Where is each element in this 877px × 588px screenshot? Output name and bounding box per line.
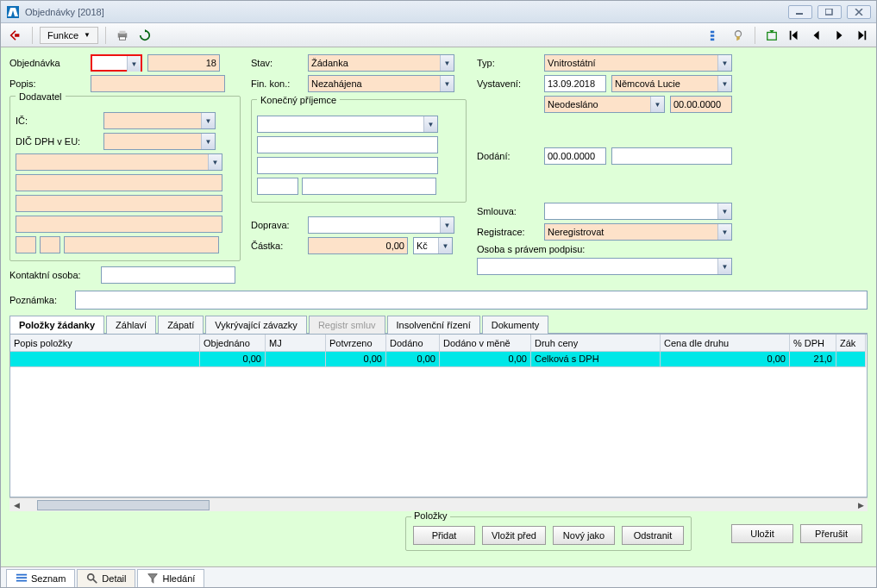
stav-select[interactable]: Žádanka▼ [308,54,454,72]
col-potvrzeno[interactable]: Potvrzeno [326,335,386,352]
ic-select[interactable]: ▼ [103,112,216,129]
grid-header: Popis položky Objednáno MJ Potvrzeno Dod… [10,335,867,352]
odstranit-button[interactable]: Odstranit [622,526,684,545]
col-dodano-mene[interactable]: Dodáno v měně [440,335,531,352]
dodavatel-sm1[interactable] [16,236,36,253]
smlouva-label: Smlouva: [477,206,539,216]
dic-select[interactable]: ▼ [103,133,216,150]
konecny-city[interactable] [302,178,436,195]
nav-prev-icon[interactable] [807,26,826,45]
svg-rect-16 [16,580,27,582]
konecny-legend: Konečný příjemce [257,95,340,105]
maximize-button[interactable] [817,5,842,19]
nav-last-icon[interactable] [852,26,871,45]
registrace-select[interactable]: Neregistrovat▼ [544,223,732,241]
close-button[interactable] [847,5,871,19]
vystaveni-person-select[interactable]: Němcová Lucie▼ [611,75,732,92]
dodavatel-sm2[interactable] [40,236,60,253]
svg-point-17 [88,574,94,580]
popis-input[interactable] [91,75,225,92]
objednavka-series-select[interactable]: ▼ [91,54,142,72]
vystaveni-date[interactable]: 13.09.2018 [544,75,606,92]
dodavatel-line4[interactable] [64,236,219,253]
tab-zapati[interactable]: Zápatí [158,316,204,334]
col-cena-druhu[interactable]: Cena dle druhu [661,335,790,352]
footer-tab-seznam[interactable]: Seznam [6,569,75,587]
typ-label: Typ: [477,58,539,68]
funkce-dropdown[interactable]: Funkce▼ [40,27,98,44]
svg-rect-5 [120,30,126,34]
odeslano-date[interactable]: 00.00.0000 [670,96,732,113]
minimize-button[interactable] [788,5,812,19]
kontaktni-input[interactable] [101,266,235,284]
tab-zahlavi[interactable]: Záhlaví [106,316,156,334]
col-popis[interactable]: Popis položky [10,335,200,352]
filter-icon[interactable] [729,26,748,45]
back-icon[interactable] [6,26,25,45]
dodani-date[interactable]: 00.00.0000 [544,147,606,165]
tab-polozky[interactable]: Položky žádanky [9,316,104,334]
svg-rect-3 [15,34,19,37]
dodavatel-legend: Dodavatel [16,91,66,102]
col-mj[interactable]: MJ [266,335,326,352]
svg-rect-9 [711,38,714,41]
footer-tab-hledani[interactable]: Hledání [137,569,204,587]
export-icon[interactable] [762,26,781,45]
dodavatel-line2[interactable] [16,195,222,212]
col-pct-dph[interactable]: % DPH [790,335,836,352]
nav-first-icon[interactable] [785,26,804,45]
odeslano-select[interactable]: Neodesláno▼ [544,96,665,113]
dodani-extra[interactable] [611,147,732,165]
items-grid[interactable]: Popis položky Objednáno MJ Potvrzeno Dod… [9,334,868,497]
scroll-left-icon[interactable]: ◀ [9,498,23,512]
doprava-label: Doprava: [251,220,303,230]
svg-line-18 [93,579,97,583]
osoba-podpis-select[interactable]: ▼ [477,258,732,275]
svg-point-10 [736,30,742,36]
poznamka-label: Poznámka: [9,295,70,305]
finkon-select[interactable]: Nezahájena▼ [308,75,454,92]
registrace-label: Registrace: [477,227,539,237]
dodavatel-line3[interactable] [16,216,222,233]
polozky-legend: Položky [411,510,450,521]
objednavka-number[interactable]: 18 [147,54,220,72]
dodavatel-name-select[interactable]: ▼ [16,153,222,171]
form-content: Objednávka ▼ 18 Popis: Dodavatel IČ:▼ DI… [1,47,876,566]
smlouva-select[interactable]: ▼ [544,203,732,220]
vlozit-pred-button[interactable]: Vložit před [482,526,546,545]
nav-next-icon[interactable] [830,26,849,45]
tab-insolvencni[interactable]: Insolvenční řízení [387,316,480,334]
col-druh-ceny[interactable]: Druh ceny [531,335,661,352]
pridat-button[interactable]: Přidat [413,526,475,545]
window-root: Objednávky [2018] Funkce▼ Objednávka [0,0,877,588]
prerusit-button[interactable]: Přerušit [800,524,862,543]
konecny-line2[interactable] [257,157,438,174]
col-dodano[interactable]: Dodáno [386,335,440,352]
konecny-select[interactable]: ▼ [257,116,438,133]
konecny-line1[interactable] [257,136,438,153]
refresh-icon[interactable] [135,26,154,45]
col-zak[interactable]: Zák [836,335,866,352]
grid-hscroll[interactable]: ◀ ▶ [9,497,868,511]
tab-vykryvajici[interactable]: Vykrývající závazky [205,316,307,334]
footer-tab-detail[interactable]: Detail [77,569,135,587]
scroll-right-icon[interactable]: ▶ [854,498,868,512]
novy-jako-button[interactable]: Nový jako [553,526,615,545]
popis-label: Popis: [9,78,85,89]
funnel-icon [147,572,159,585]
ulozit-button[interactable]: Uložit [731,524,793,543]
scroll-thumb[interactable] [37,500,210,510]
tab-dokumenty[interactable]: Dokumenty [482,316,549,334]
castka-currency[interactable]: Kč▼ [413,237,453,254]
konecny-zip[interactable] [257,178,298,195]
doprava-select[interactable]: ▼ [308,216,454,234]
tree-icon[interactable] [706,26,725,45]
castka-value[interactable]: 0,00 [308,237,408,254]
typ-select[interactable]: Vnitrostátní▼ [544,54,732,72]
toolbar: Funkce▼ [1,23,876,47]
table-row[interactable]: 0,00 0,00 0,00 0,00 Celková s DPH 0,00 2… [10,352,867,367]
dodavatel-line1[interactable] [16,174,222,191]
poznamka-input[interactable] [75,291,868,310]
col-objednano[interactable]: Objednáno [200,335,266,352]
print-icon[interactable] [113,26,132,45]
